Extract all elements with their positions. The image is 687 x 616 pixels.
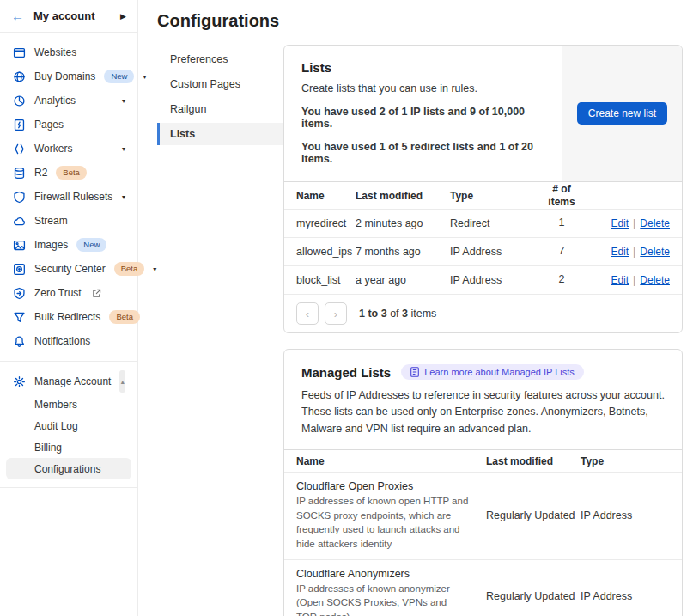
ip-lists-usage: You have used 2 of 1 IP lists and 9 of 1… — [301, 106, 544, 130]
managed-list-description: IP addresses of known open HTTP and SOCK… — [296, 494, 469, 552]
sidebar-item-members[interactable]: Members — [6, 393, 131, 415]
main-content: Configurations PreferencesCustom PagesRa… — [139, 0, 687, 616]
document-icon — [410, 367, 419, 377]
subnav-item-custom-pages[interactable]: Custom Pages — [157, 73, 283, 95]
sidebar-item-workers[interactable]: Workers▾ — [6, 137, 131, 161]
sidebar-item-label: Manage Account — [34, 375, 111, 387]
sidebar-item-security-center[interactable]: Security CenterBeta▾ — [6, 257, 131, 281]
sidebar-item-pages[interactable]: Pages — [6, 113, 131, 137]
column-header-type: Type — [450, 190, 539, 202]
sidebar-item-label: Zero Trust — [34, 287, 82, 299]
edit-link[interactable]: Edit — [611, 274, 629, 286]
sidebar-item-label: Firewall Rulesets — [34, 191, 112, 203]
collapse-section-button[interactable]: ▴ — [119, 370, 125, 393]
list-name: block_list — [296, 274, 356, 286]
managed-table-body: Cloudflare Open ProxiesIP addresses of k… — [284, 472, 682, 616]
sidebar-item-configurations[interactable]: Configurations — [6, 458, 131, 479]
external-link-icon — [92, 289, 101, 298]
managed-list-name: Cloudflare Open ProxiesIP addresses of k… — [296, 480, 486, 552]
sidebar-item-firewall-rulesets[interactable]: Firewall Rulesets▾ — [6, 185, 131, 209]
account-title[interactable]: My account — [33, 9, 95, 22]
sidebar-item-stream[interactable]: Stream — [6, 209, 131, 233]
zero-trust-icon — [12, 286, 26, 300]
bulk-redirects-icon — [12, 310, 26, 324]
learn-more-link[interactable]: Learn more about Managed IP Lists — [401, 364, 584, 380]
configurations-subnav: PreferencesCustom PagesRailgunLists — [157, 45, 283, 616]
beta-badge: Beta — [56, 166, 87, 179]
sidebar-item-notifications[interactable]: Notifications — [6, 329, 131, 353]
managed-last-modified: Regularly Updated — [486, 590, 581, 602]
managed-lists-title: Managed Lists — [301, 365, 391, 380]
create-list-panel: Create new list — [562, 46, 682, 181]
beta-badge: Beta — [109, 310, 140, 323]
managed-type: IP Address — [581, 590, 670, 602]
create-new-list-button[interactable]: Create new list — [577, 102, 667, 125]
r2-icon — [12, 166, 26, 180]
list-last-modified: 7 months ago — [356, 246, 450, 258]
workers-icon — [12, 142, 26, 156]
lists-card: Lists Create lists that you can use in r… — [283, 45, 683, 333]
page-title: Configurations — [157, 11, 687, 31]
delete-link[interactable]: Delete — [640, 246, 670, 258]
sidebar-item-label: Workers — [34, 143, 72, 155]
sidebar-item-label: Members — [34, 399, 77, 411]
sidebar-item-audit-log[interactable]: Audit Log — [6, 415, 131, 436]
delete-link[interactable]: Delete — [640, 274, 670, 286]
subnav-item-lists[interactable]: Lists — [157, 123, 283, 145]
list-item-count: 1 — [539, 217, 584, 230]
column-header-type: Type — [581, 455, 670, 467]
sidebar-item-label: Images — [34, 239, 68, 251]
sidebar-item-label: Stream — [34, 215, 68, 227]
lists-table-header: Name Last modified Type # of items — [284, 181, 682, 209]
back-arrow-icon[interactable]: ← — [11, 9, 24, 22]
chevron-down-icon: ▾ — [122, 193, 125, 201]
table-row: Cloudflare AnonymizersIP addresses of kn… — [284, 559, 682, 616]
sidebar-header: ← My account ▶ — [0, 0, 137, 33]
sidebar-divider — [0, 361, 137, 362]
manage-account-icon — [12, 375, 26, 388]
managed-lists-card: Managed Lists Learn more about Managed I… — [283, 349, 683, 616]
sidebar-item-websites[interactable]: Websites — [6, 40, 131, 64]
sidebar-item-buy-domains[interactable]: Buy DomainsNew▾ — [6, 64, 131, 88]
managed-list-description: IP addresses of known anonymizer (Open S… — [296, 582, 469, 616]
previous-page-button[interactable]: ‹ — [296, 302, 319, 325]
sidebar-item-label: Security Center — [34, 263, 106, 275]
list-item-count: 2 — [539, 273, 584, 287]
sidebar-item-analytics[interactable]: Analytics▾ — [6, 88, 131, 113]
column-header-num-items: # of items — [539, 183, 584, 209]
sidebar-item-label: R2 — [34, 167, 47, 179]
next-page-button[interactable]: › — [325, 302, 347, 325]
subnav-item-preferences[interactable]: Preferences — [157, 48, 283, 70]
images-icon — [12, 238, 26, 252]
sidebar-item-images[interactable]: ImagesNew — [6, 233, 131, 257]
sidebar-item-label: Audit Log — [34, 420, 78, 432]
delete-link[interactable]: Delete — [640, 217, 670, 229]
managed-lists-description: Feeds of IP Addresses to reference in se… — [301, 387, 665, 437]
stream-icon — [12, 214, 26, 228]
edit-link[interactable]: Edit — [611, 217, 629, 229]
edit-link[interactable]: Edit — [611, 246, 629, 258]
row-actions: Edit|Delete — [584, 246, 670, 258]
sidebar-item-r2[interactable]: R2Beta — [6, 161, 131, 185]
redirect-lists-usage: You have used 1 of 5 redirect lists and … — [301, 141, 544, 165]
list-name: myredirect — [296, 217, 356, 229]
sidebar-item-label: Configurations — [34, 463, 100, 475]
sidebar-item-label: Notifications — [34, 335, 90, 347]
sidebar-item-zero-trust[interactable]: Zero Trust — [6, 281, 131, 305]
subnav-item-railgun[interactable]: Railgun — [157, 98, 283, 120]
managed-type: IP Address — [581, 509, 670, 521]
chevron-right-icon[interactable]: ▶ — [120, 12, 126, 21]
managed-list-name: Cloudflare AnonymizersIP addresses of kn… — [296, 568, 486, 616]
analytics-icon — [12, 94, 26, 107]
action-separator: | — [633, 246, 635, 258]
lists-card-title: Lists — [301, 60, 544, 75]
sidebar-item-bulk-redirects[interactable]: Bulk RedirectsBeta — [6, 305, 131, 329]
firewall-rulesets-icon — [12, 190, 26, 204]
sidebar-item-manage-account[interactable]: Manage Account▴ — [6, 369, 131, 393]
sidebar-item-label: Bulk Redirects — [34, 311, 100, 323]
sidebar-item-billing[interactable]: Billing — [6, 436, 131, 458]
action-separator: | — [633, 217, 635, 229]
managed-last-modified: Regularly Updated — [486, 509, 581, 521]
sidebar-item-label: Billing — [34, 442, 62, 454]
lists-table-body: myredirect2 minutes agoRedirect1Edit|Del… — [284, 209, 682, 294]
